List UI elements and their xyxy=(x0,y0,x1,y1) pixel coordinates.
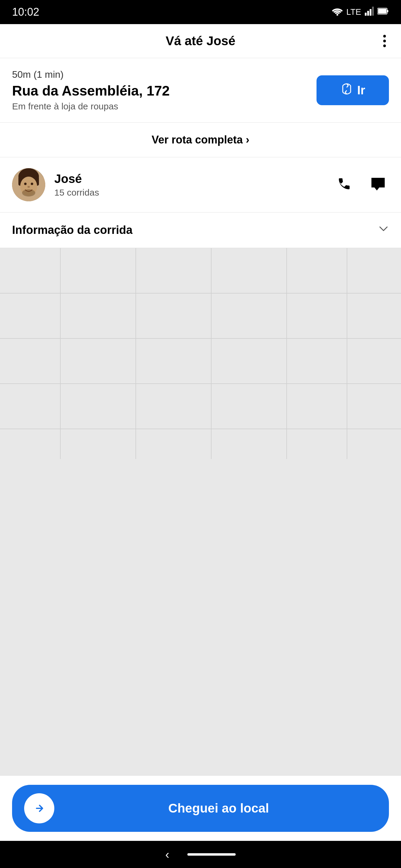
menu-button[interactable] xyxy=(380,32,389,50)
header: Vá até José xyxy=(0,24,401,58)
passenger-name: José xyxy=(54,172,325,186)
passenger-info: José 15 corridas xyxy=(54,172,325,198)
route-link-label: Ver rota completa xyxy=(151,133,242,146)
svg-point-0 xyxy=(337,14,338,16)
svg-point-15 xyxy=(27,186,30,188)
info-section[interactable]: Informação da corrida xyxy=(0,213,401,248)
info-title: Informação da corrida xyxy=(12,224,133,237)
go-button-label: Ir xyxy=(357,84,365,97)
map-section xyxy=(0,248,401,776)
chat-button[interactable] xyxy=(367,174,389,196)
nav-distance: 50m (1 min) xyxy=(12,69,316,80)
lte-icon: LTE xyxy=(346,7,361,17)
svg-rect-4 xyxy=(372,7,374,16)
wifi-icon xyxy=(332,7,343,18)
go-button[interactable]: Ir xyxy=(316,75,389,105)
avatar-svg xyxy=(12,168,45,201)
call-button[interactable] xyxy=(335,173,355,197)
status-time: 10:02 xyxy=(12,6,39,19)
passenger-rides: 15 corridas xyxy=(54,187,325,198)
chevron-down-icon xyxy=(378,223,389,237)
avatar xyxy=(12,168,45,201)
route-link[interactable]: Ver rota completa › xyxy=(151,133,249,146)
nav-landmark: Em frente à loja de roupas xyxy=(12,101,316,112)
arrived-button[interactable]: Cheguei ao local xyxy=(12,785,389,832)
menu-dot xyxy=(383,35,386,38)
chevron-right-icon: › xyxy=(246,133,250,146)
status-icons: LTE xyxy=(332,7,389,18)
signal-icon xyxy=(365,7,374,18)
chat-icon xyxy=(370,177,386,193)
home-indicator[interactable] xyxy=(188,853,236,856)
bottom-nav: ‹ xyxy=(0,841,401,868)
menu-dot xyxy=(383,44,386,47)
nav-street: Rua da Assembléia, 172 xyxy=(12,83,316,99)
phone-icon xyxy=(338,176,352,194)
map-svg xyxy=(0,248,401,459)
svg-rect-1 xyxy=(365,13,367,16)
menu-dot xyxy=(383,40,386,42)
arrow-right-icon xyxy=(32,801,47,816)
svg-rect-3 xyxy=(370,9,371,16)
avatar-face xyxy=(12,168,45,201)
arrived-btn-arrow xyxy=(24,793,54,824)
route-icon xyxy=(340,83,353,98)
route-section[interactable]: Ver rota completa › xyxy=(0,123,401,157)
arrived-button-label: Cheguei ao local xyxy=(60,801,377,815)
battery-icon xyxy=(377,7,389,17)
status-bar: 10:02 LTE xyxy=(0,0,401,24)
svg-rect-7 xyxy=(378,9,386,13)
svg-rect-6 xyxy=(387,10,388,12)
back-button[interactable]: ‹ xyxy=(165,848,169,861)
svg-point-14 xyxy=(31,183,33,185)
page-title: Vá até José xyxy=(166,34,235,48)
svg-point-16 xyxy=(22,189,35,196)
svg-rect-2 xyxy=(367,11,369,16)
bottom-section: Cheguei ao local xyxy=(0,776,401,841)
navigation-section: 50m (1 min) Rua da Assembléia, 172 Em fr… xyxy=(0,58,401,123)
svg-point-13 xyxy=(24,183,27,185)
app-container: Vá até José 50m (1 min) Rua da Assembléi… xyxy=(0,24,401,841)
nav-info: 50m (1 min) Rua da Assembléia, 172 Em fr… xyxy=(12,69,316,112)
passenger-section: José 15 corridas xyxy=(0,157,401,213)
passenger-actions xyxy=(335,173,389,197)
